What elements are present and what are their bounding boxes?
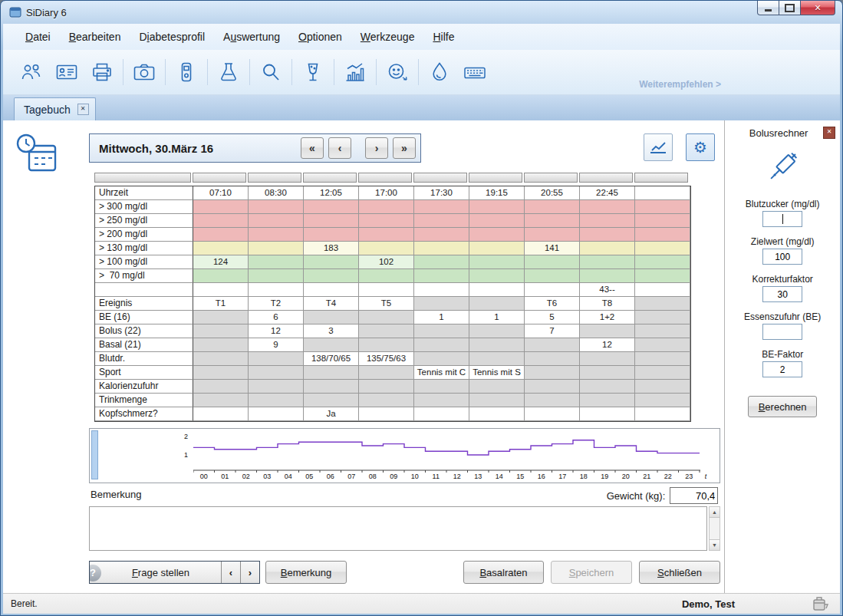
diary-cell[interactable] [525,380,580,394]
trend-chart-button[interactable] [644,133,673,161]
previous-day-button[interactable]: ‹ [328,137,351,159]
diary-cell[interactable] [580,242,635,255]
diary-cell[interactable] [193,283,249,297]
diary-cell[interactable] [359,366,414,380]
diary-cell[interactable] [193,311,249,324]
diary-cell[interactable] [359,242,414,255]
diary-cell[interactable] [525,269,580,283]
last-day-button[interactable]: » [393,137,416,159]
diary-cell[interactable] [635,324,690,338]
diary-cell[interactable] [359,200,414,214]
diary-cell[interactable] [635,297,690,311]
diary-cell[interactable]: T4 [304,297,359,311]
diary-cell[interactable] [249,352,304,366]
diary-cell[interactable]: 12 [580,338,635,352]
diary-cell[interactable] [469,283,525,297]
diary-cell[interactable]: 7 [525,324,580,338]
diary-cell[interactable] [249,214,304,228]
diary-cell[interactable] [193,200,249,214]
diary-cell[interactable] [414,228,469,242]
column-header[interactable] [634,173,688,183]
diary-cell[interactable] [635,283,690,297]
diary-cell[interactable] [469,407,525,421]
diary-cell[interactable]: T6 [525,297,580,311]
menu-item-diabetesprofil[interactable]: Diabetesprofil [132,28,212,46]
weight-input[interactable] [670,487,718,504]
diary-cell[interactable] [359,214,414,228]
diary-cell[interactable]: 17:00 [359,186,414,200]
diary-cell[interactable] [249,407,304,421]
comment-textarea[interactable] [89,506,707,551]
graph-selector-bar[interactable] [91,430,98,479]
diary-cell[interactable] [414,214,469,228]
diary-cell[interactable] [193,269,249,283]
diary-cell[interactable] [580,352,635,366]
menu-item-optionen[interactable]: Optionen [291,28,349,46]
next-day-button[interactable]: › [365,137,388,159]
column-header[interactable] [413,173,467,183]
diary-cell[interactable] [580,228,635,242]
diary-cell[interactable] [414,380,469,394]
diary-cell[interactable] [414,255,469,269]
diary-cell[interactable]: 19:15 [469,186,525,200]
statistics-icon[interactable] [338,56,373,88]
diary-cell[interactable] [580,366,635,380]
column-header[interactable] [303,173,357,183]
minimize-button[interactable] [757,1,779,15]
diary-cell[interactable] [414,283,469,297]
berechnen-button[interactable]: Berechnen [748,396,817,417]
diary-cell[interactable]: T8 [580,297,635,311]
diary-cell[interactable]: 135/75/63 [359,352,414,366]
column-header[interactable] [94,173,191,183]
diary-cell[interactable] [580,324,635,338]
keyboard-icon[interactable] [457,56,492,88]
diary-cell[interactable] [469,269,525,283]
diary-cell[interactable] [249,380,304,394]
diary-cell[interactable] [525,200,580,214]
question-prev-button[interactable]: ‹ [221,562,240,583]
diary-cell[interactable] [359,283,414,297]
diary-cell[interactable] [635,366,690,380]
diary-cell[interactable] [193,214,249,228]
frage-stellen-button[interactable]: Frage stellen [90,567,221,578]
diary-cell[interactable] [414,352,469,366]
diary-cell[interactable] [249,255,304,269]
diary-cell[interactable] [304,311,359,324]
diary-cell[interactable]: 22:45 [580,186,635,200]
diary-cell[interactable] [414,407,469,421]
diary-cell[interactable]: 6 [249,311,304,324]
diary-cell[interactable] [525,352,580,366]
diary-cell[interactable] [580,407,635,421]
diary-cell[interactable]: T5 [359,297,414,311]
diary-cell[interactable] [193,324,249,338]
diary-cell[interactable] [580,255,635,269]
diary-cell[interactable]: 12:05 [304,186,359,200]
diary-cell[interactable] [525,394,580,407]
maximize-button[interactable] [779,1,800,15]
diary-cell[interactable] [249,200,304,214]
diary-cell[interactable] [635,228,690,242]
diary-cell[interactable]: 07:10 [193,186,249,200]
search-icon[interactable] [253,56,288,88]
diary-cell[interactable] [359,394,414,407]
diary-cell[interactable] [635,200,690,214]
diary-cell[interactable] [304,366,359,380]
menu-item-hilfe[interactable]: Hilfe [426,28,461,46]
menu-item-bearbeiten[interactable]: Bearbeiten [62,28,128,46]
diary-cell[interactable] [580,269,635,283]
diary-cell[interactable] [359,311,414,324]
nutrition-icon[interactable] [295,56,331,88]
profile-card-icon[interactable] [49,56,84,88]
settings-button[interactable]: ⚙ [686,133,715,161]
diary-cell[interactable]: Tennis mit C [414,366,469,380]
lab-icon[interactable] [211,56,246,88]
diary-cell[interactable] [304,283,359,297]
diary-cell[interactable] [359,407,414,421]
diary-cell[interactable]: T1 [193,297,249,311]
diary-cell[interactable]: 17:30 [414,186,469,200]
diary-cell[interactable] [249,242,304,255]
diary-cell[interactable]: 5 [525,311,580,324]
diary-cell[interactable] [469,338,525,352]
diary-cell[interactable] [525,283,580,297]
diary-cell[interactable] [304,255,359,269]
